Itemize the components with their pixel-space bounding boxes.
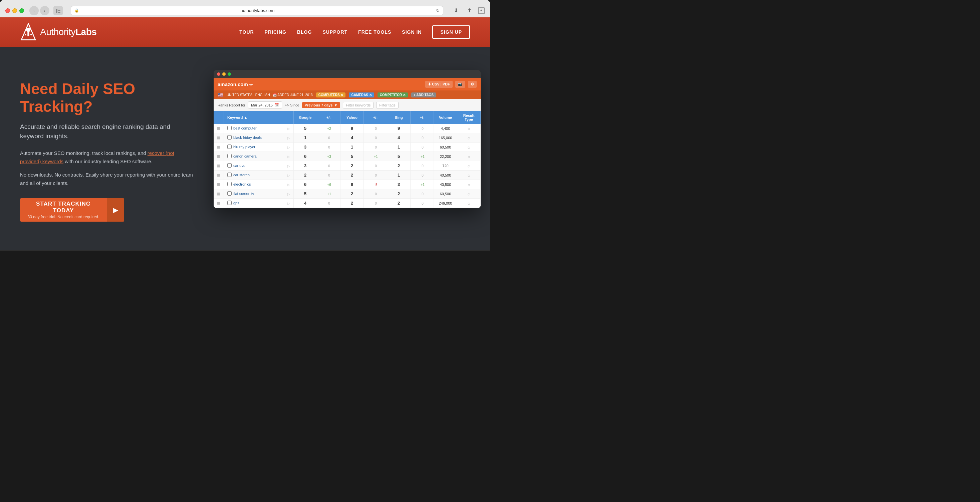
- yahoo-rank-cell: 5: [340, 152, 364, 161]
- computers-tag[interactable]: COMPUTERS ✕: [316, 92, 346, 97]
- nav-tour[interactable]: TOUR: [239, 29, 254, 35]
- previous-period-selector[interactable]: Previous 7 days ▼: [302, 102, 340, 108]
- close-button[interactable]: [5, 8, 10, 13]
- keyword-cell: gps: [224, 199, 284, 208]
- keyword-checkbox[interactable]: [227, 191, 232, 195]
- yahoo-change-cell: -5: [364, 180, 387, 189]
- download-icon[interactable]: ⬇: [451, 6, 461, 15]
- col-yahoo: Yahoo: [340, 111, 364, 124]
- google-change-cell: +1: [317, 189, 340, 199]
- start-tracking-button[interactable]: START TRACKING TODAY 30 day free trial. …: [20, 198, 124, 222]
- table-row: ▦ gps ▷ 4 0 2 0 2 0 246,000 ◇: [214, 199, 480, 208]
- nav-free-tools[interactable]: FREE TOOLS: [358, 29, 391, 35]
- keyword-checkbox[interactable]: [227, 126, 232, 130]
- keyword-name[interactable]: car stereo: [233, 173, 250, 177]
- nav-support[interactable]: SUPPORT: [323, 29, 347, 35]
- main-nav: TOUR PRICING BLOG SUPPORT FREE TOOLS SIG…: [239, 25, 470, 39]
- keyword-checkbox[interactable]: [227, 163, 232, 168]
- svg-point-7: [25, 34, 26, 35]
- svg-rect-2: [58, 10, 60, 11]
- refresh-icon[interactable]: ↻: [436, 8, 440, 13]
- sign-up-button[interactable]: SIGN UP: [432, 25, 470, 39]
- expand-cell: ▷: [284, 199, 294, 208]
- expand-cell: ▷: [284, 161, 294, 170]
- keyword-cell: black friday deals: [224, 133, 284, 143]
- hero-body-1: Automate your SEO monitoring, track loca…: [20, 149, 194, 166]
- edit-icon: ✏: [249, 83, 253, 87]
- cta-main-label: START TRACKING TODAY: [27, 200, 100, 214]
- competitor-tag[interactable]: COMPETITOR ✕: [377, 92, 408, 97]
- hero-content: Need Daily SEO Tracking? Accurate and re…: [20, 73, 194, 222]
- filter-keywords-input[interactable]: Filter keywords: [343, 102, 374, 108]
- keyword-name[interactable]: black friday deals: [233, 135, 262, 140]
- minimize-button[interactable]: [12, 8, 17, 13]
- maximize-button[interactable]: [19, 8, 24, 13]
- keyword-name[interactable]: best computer: [233, 126, 257, 130]
- result-type-cell: ◇: [457, 124, 480, 133]
- table-row: ▦ black friday deals ▷ 1 0 4 0 4 0 165,0…: [214, 133, 480, 143]
- expand-cell: ▷: [284, 124, 294, 133]
- keyword-checkbox[interactable]: [227, 135, 232, 140]
- col-google-change: +/-: [317, 111, 340, 124]
- since-label: +/- Since: [285, 103, 299, 107]
- back-button[interactable]: ‹: [29, 6, 39, 15]
- csv-pdf-button[interactable]: ⬇ CSV | PDF: [425, 81, 453, 88]
- expand-icon[interactable]: +: [478, 7, 485, 14]
- page-wrapper: AuthorityLabs TOUR PRICING BLOG SUPPORT …: [0, 17, 490, 251]
- sidebar-toggle[interactable]: [53, 6, 63, 15]
- screenshot-button[interactable]: 📷: [455, 81, 465, 88]
- nav-pricing[interactable]: PRICING: [265, 29, 286, 35]
- col-keyword[interactable]: Keyword ▲: [224, 111, 284, 124]
- nav-blog[interactable]: BLOG: [297, 29, 312, 35]
- google-change-cell: 0: [317, 143, 340, 152]
- forward-button[interactable]: ›: [40, 6, 49, 15]
- dash-domain-header: amazon.com ✏ ⬇ CSV | PDF 📷 ⚙: [214, 78, 480, 91]
- keyword-checkbox[interactable]: [227, 173, 232, 177]
- volume-cell: 720: [434, 161, 457, 170]
- keyword-name[interactable]: flat screen tv: [233, 192, 254, 195]
- keyword-checkbox[interactable]: [227, 145, 232, 149]
- cta-sub-label: 30 day free trial. No credit card requir…: [27, 214, 100, 219]
- keyword-checkbox[interactable]: [227, 154, 232, 158]
- col-result-type: Result Type: [457, 111, 480, 124]
- volume-cell: 246,000: [434, 199, 457, 208]
- mockup-titlebar: [214, 70, 480, 78]
- google-rank-cell: 5: [294, 124, 317, 133]
- dashboard-content: amazon.com ✏ ⬇ CSV | PDF 📷 ⚙ 🇺🇸 UNITED S…: [214, 78, 480, 208]
- keyword-name[interactable]: blu ray player: [233, 145, 255, 149]
- volume-cell: 165,000: [434, 133, 457, 143]
- nav-arrows: ‹ ›: [29, 6, 49, 15]
- keyword-name[interactable]: canon camera: [233, 154, 257, 158]
- chart-cell: ▦: [214, 161, 224, 170]
- keyword-name[interactable]: gps: [233, 201, 239, 205]
- keyword-checkbox[interactable]: [227, 200, 232, 205]
- col-chart: [214, 111, 224, 124]
- google-change-cell: 0: [317, 170, 340, 180]
- keyword-checkbox[interactable]: [227, 182, 232, 186]
- yahoo-change-cell: 0: [364, 170, 387, 180]
- yahoo-rank-cell: 1: [340, 143, 364, 152]
- nav-sign-in[interactable]: SIGN IN: [402, 29, 422, 35]
- settings-button[interactable]: ⚙: [468, 81, 477, 88]
- bing-rank-cell: 2: [387, 189, 410, 199]
- chart-cell: ▦: [214, 199, 224, 208]
- expand-cell: ▷: [284, 152, 294, 161]
- cta-arrow-icon: ▶: [107, 198, 124, 222]
- keyword-name[interactable]: car dvd: [233, 164, 245, 168]
- cameras-tag[interactable]: CAMERAS ✕: [349, 92, 374, 97]
- address-bar[interactable]: 🔒 authoritylabs.com ↻: [71, 6, 443, 15]
- logo[interactable]: AuthorityLabs: [20, 23, 97, 41]
- keyword-name[interactable]: electronics: [233, 182, 251, 186]
- date-input[interactable]: Mar 24, 2015 📅: [248, 102, 282, 108]
- filter-tags-input[interactable]: Filter tags: [376, 102, 398, 108]
- table-row: ▦ flat screen tv ▷ 5 +1 2 0 2 0 60,500 ◇: [214, 189, 480, 199]
- result-type-cell: ◇: [457, 170, 480, 180]
- yahoo-rank-cell: 2: [340, 189, 364, 199]
- google-change-cell: +2: [317, 124, 340, 133]
- result-type-cell: ◇: [457, 199, 480, 208]
- mockup-close: [217, 72, 220, 76]
- ranks-label: Ranks Report for: [218, 103, 245, 107]
- bing-rank-cell: 1: [387, 143, 410, 152]
- share-icon[interactable]: ⬆: [465, 6, 474, 15]
- add-tags-button[interactable]: + ADD TAGS: [411, 92, 436, 97]
